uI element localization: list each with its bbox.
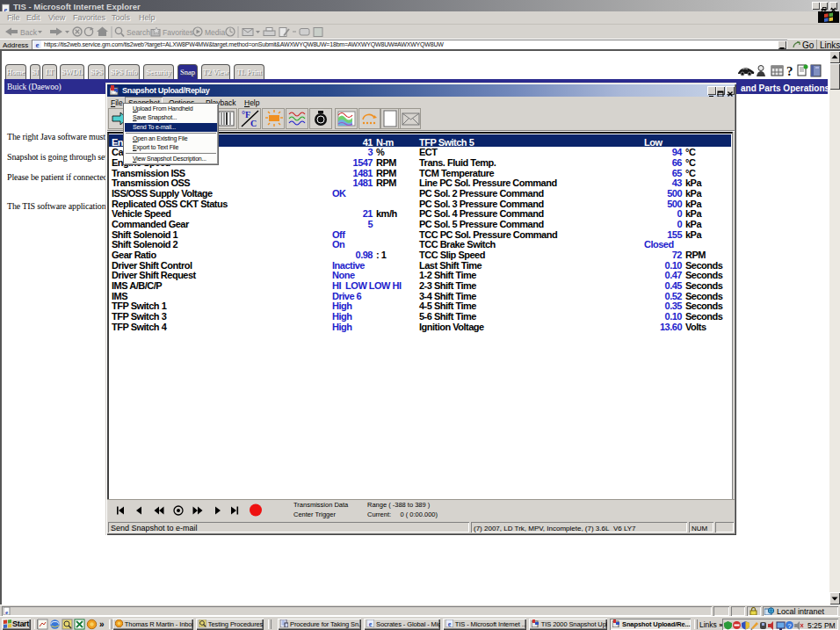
svg-text:?: ? (786, 64, 793, 77)
svg-text:°F: °F (242, 110, 250, 119)
svg-text:Current: 0 ( 0:00.000): Current: 0 ( 0:00.000) (367, 511, 438, 518)
svg-text:Range ( -388 to 389 ): Range ( -388 to 389 ) (367, 501, 431, 509)
svg-text:e: e (369, 620, 373, 628)
svg-text:Search: Search (127, 28, 150, 37)
svg-text:e: e (36, 40, 40, 49)
svg-text:Center Trigger: Center Trigger (293, 511, 336, 518)
svg-text:e: e (5, 609, 8, 616)
svg-text:e: e (448, 620, 452, 628)
svg-text:C: C (250, 119, 257, 128)
svg-text:Media: Media (205, 28, 225, 37)
svg-text:?: ? (787, 622, 792, 630)
svg-text:Transmission Data: Transmission Data (293, 501, 349, 509)
svg-text:»: » (99, 619, 105, 629)
svg-text:Back: Back (20, 28, 38, 37)
svg-text:Favorites: Favorites (163, 28, 193, 37)
